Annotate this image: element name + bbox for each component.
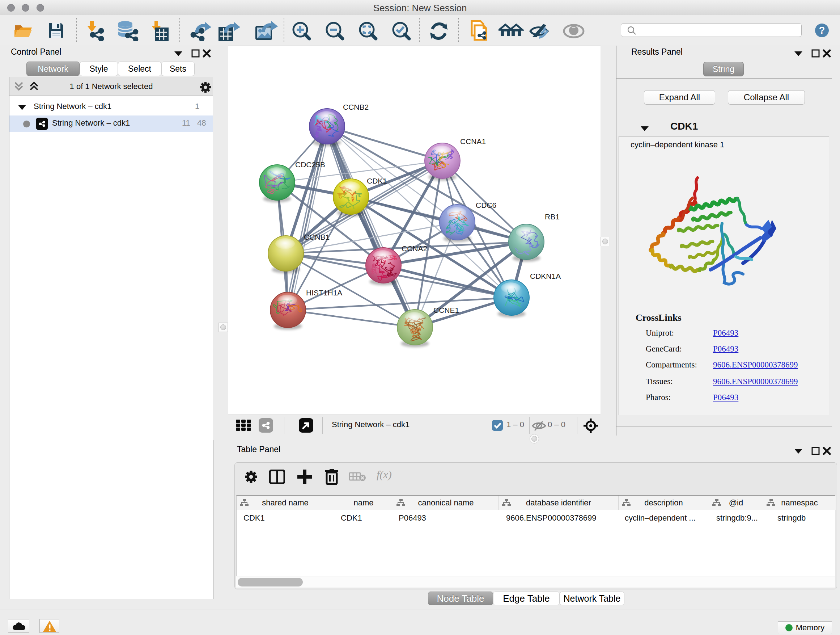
svg-text:CDK1: CDK1 xyxy=(367,177,387,185)
svg-text:?: ? xyxy=(819,25,825,36)
svg-text:CDC6: CDC6 xyxy=(476,201,496,209)
svg-text:CDKN1A: CDKN1A xyxy=(530,272,561,280)
svg-text:RB1: RB1 xyxy=(545,212,560,221)
svg-text:CCNE1: CCNE1 xyxy=(433,306,459,314)
svg-text:CCNA2: CCNA2 xyxy=(401,244,427,253)
svg-text:CDC25B: CDC25B xyxy=(295,160,325,169)
svg-text:CCNB1: CCNB1 xyxy=(304,233,330,241)
svg-text:CCNB2: CCNB2 xyxy=(343,103,369,111)
svg-text:CCNA1: CCNA1 xyxy=(460,137,486,146)
svg-text:HIST1H1A: HIST1H1A xyxy=(306,288,342,297)
